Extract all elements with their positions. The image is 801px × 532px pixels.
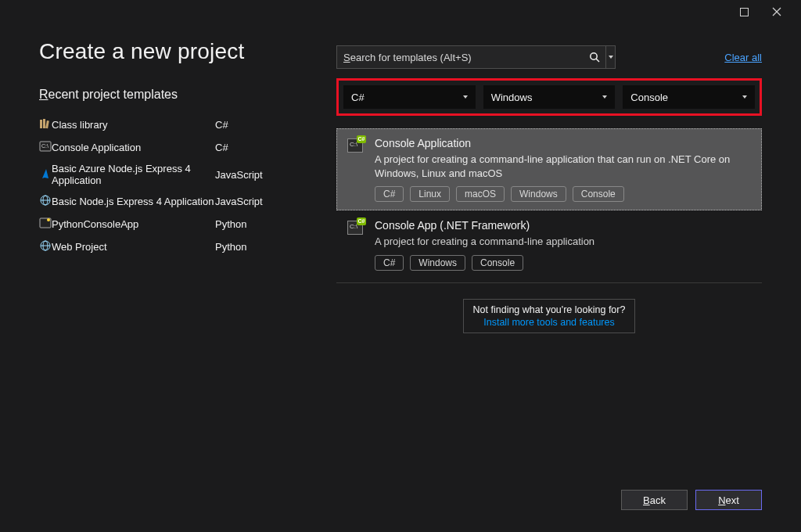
- template-list: C:\C# Console Application A project for …: [336, 128, 762, 279]
- recent-item-label: Web Project: [52, 241, 107, 253]
- template-tags: C# Linux macOS Windows Console: [375, 186, 755, 202]
- tag: C#: [375, 255, 404, 271]
- globe-icon: [39, 239, 52, 254]
- template-item[interactable]: C:\C# Console App (.NET Framework) A pro…: [336, 210, 762, 279]
- back-button[interactable]: Back: [621, 490, 688, 510]
- recent-item-badge: JavaScript: [215, 169, 263, 181]
- search-placeholder: Search for templates (Alt+S): [337, 52, 584, 63]
- class-library-icon: [39, 117, 52, 132]
- python-console-icon: [39, 217, 52, 232]
- footer-buttons: Back Next: [621, 490, 762, 510]
- recent-item-label: Basic Node.js Express 4 Application: [52, 196, 214, 207]
- not-found-box: Not finding what you're looking for? Ins…: [463, 299, 635, 333]
- svg-point-13: [47, 218, 50, 221]
- recent-item-badge: Python: [215, 218, 246, 230]
- svg-rect-0: [740, 8, 748, 16]
- recent-item[interactable]: Basic Azure Node.js Express 4 Applicatio…: [39, 163, 268, 186]
- globe-icon: [39, 194, 52, 209]
- svg-point-17: [591, 53, 597, 59]
- page-title: Create a new project: [39, 39, 313, 64]
- maximize-button[interactable]: [727, 1, 760, 23]
- filter-type-value: Console: [630, 92, 668, 103]
- recent-item[interactable]: Basic Node.js Express 4 Application Java…: [39, 194, 268, 209]
- chevron-down-icon: [742, 95, 747, 99]
- filters-highlight-box: C# Windows Console: [336, 78, 762, 116]
- chevron-down-icon: [602, 95, 607, 99]
- search-icon[interactable]: [584, 52, 605, 63]
- tag: Linux: [410, 186, 450, 202]
- azure-icon: [39, 167, 52, 182]
- recent-item[interactable]: Class library C#: [39, 117, 268, 132]
- clear-all-link[interactable]: Clear all: [724, 52, 762, 63]
- recent-item[interactable]: Web Project Python: [39, 239, 268, 254]
- recent-item-label: PythonConsoleApp: [52, 218, 138, 230]
- tag: Windows: [511, 186, 566, 202]
- recent-item-label: Class library: [52, 119, 108, 131]
- template-tags: C# Windows Console: [375, 255, 755, 271]
- filter-platform-value: Windows: [491, 92, 533, 103]
- tag: macOS: [456, 186, 505, 202]
- tag: Console: [573, 186, 624, 202]
- recent-item-badge: JavaScript: [215, 196, 263, 207]
- tag: C#: [375, 186, 404, 202]
- chevron-down-icon: [463, 95, 468, 99]
- template-description: A project for creating a command-line ap…: [375, 235, 755, 249]
- template-title: Console App (.NET Framework): [375, 219, 755, 232]
- titlebar: [0, 0, 801, 23]
- install-tools-link[interactable]: Install more tools and features: [472, 317, 627, 328]
- recent-item-badge: C#: [215, 142, 228, 153]
- not-found-text: Not finding what you're looking for?: [473, 304, 626, 315]
- tag: Windows: [410, 255, 465, 271]
- recent-item-label: Basic Azure Node.js Express 4 Applicatio…: [52, 163, 215, 186]
- recent-item-badge: Python: [215, 241, 246, 253]
- recent-item-badge: C#: [215, 119, 228, 131]
- close-button[interactable]: [760, 1, 793, 23]
- svg-rect-4: [43, 119, 45, 128]
- svg-marker-8: [42, 169, 48, 178]
- svg-rect-5: [45, 120, 49, 128]
- tag: Console: [472, 255, 523, 271]
- svg-rect-3: [40, 120, 42, 128]
- recent-templates-list: Class library C# C:\Console Application …: [39, 117, 268, 254]
- filter-type[interactable]: Console: [623, 85, 755, 109]
- search-dropdown[interactable]: [606, 45, 616, 69]
- svg-text:C:\: C:\: [41, 143, 48, 149]
- filter-language[interactable]: C#: [343, 85, 476, 109]
- filter-language-value: C#: [351, 92, 365, 103]
- filter-platform[interactable]: Windows: [483, 85, 616, 109]
- search-input[interactable]: Search for templates (Alt+S): [336, 45, 606, 69]
- divider: [336, 282, 762, 283]
- template-item[interactable]: C:\C# Console Application A project for …: [336, 128, 762, 210]
- console-csharp-icon: C:\C#: [343, 137, 367, 202]
- svg-line-18: [596, 59, 599, 62]
- console-csharp-icon: C:\C#: [343, 219, 367, 271]
- recent-header: Recent project templates: [39, 88, 178, 103]
- recent-item-label: Console Application: [52, 142, 141, 153]
- recent-item[interactable]: PythonConsoleApp Python: [39, 217, 268, 232]
- next-button[interactable]: Next: [695, 490, 762, 510]
- console-icon: C:\: [39, 140, 52, 155]
- recent-item[interactable]: C:\Console Application C#: [39, 140, 268, 155]
- template-title: Console Application: [375, 137, 755, 149]
- template-description: A project for creating a command-line ap…: [375, 153, 755, 180]
